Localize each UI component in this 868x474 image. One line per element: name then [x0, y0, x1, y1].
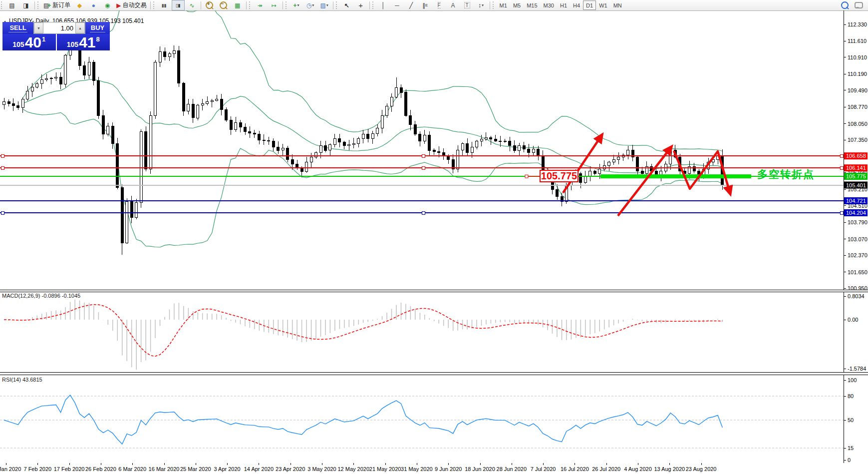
date-tick	[196, 463, 196, 465]
rsi-axis: 1008050150	[844, 375, 857, 463]
tf-h4-button[interactable]: H4	[570, 0, 583, 10]
date-label: 28 Jun 2020	[497, 466, 527, 472]
pivot-price-callout[interactable]: 105.775	[540, 170, 579, 182]
date-tick	[385, 463, 386, 465]
horizontal-line-button[interactable]: ─	[391, 0, 404, 10]
svg-text:101.650: 101.650	[848, 269, 868, 275]
text-icon: A	[451, 2, 455, 9]
tf-m5-button[interactable]: M5	[510, 0, 524, 10]
svg-text:108.770: 108.770	[848, 104, 868, 110]
date-label: 7 Feb 2020	[23, 466, 51, 472]
chart-shift-button[interactable]: ↦	[268, 0, 281, 10]
tile-windows-icon: ▦	[235, 2, 240, 9]
svg-text:109.490: 109.490	[848, 87, 868, 93]
volume-input[interactable]	[43, 22, 75, 33]
price-axis: 112.330111.610110.910110.190109.490108.7…	[844, 10, 868, 290]
tf-h1-button[interactable]: H1	[557, 0, 570, 10]
cursor-button[interactable]: ↖	[340, 0, 353, 10]
new-chart-button[interactable]: ▤	[5, 0, 18, 10]
chart-shift-icon: ↦	[272, 2, 277, 9]
indicators-button[interactable]: +▾	[290, 0, 303, 10]
volume-up-button[interactable]: ▲	[75, 22, 85, 33]
trendline-button[interactable]: ╱	[405, 0, 418, 10]
fibonacci-button[interactable]: F	[433, 0, 446, 10]
tf-mn-button[interactable]: MN	[610, 0, 625, 10]
date-tick	[322, 463, 322, 465]
rsi-levels	[0, 396, 844, 448]
new-order-label: 新订单	[52, 1, 70, 9]
buy-button[interactable]: BUY	[85, 22, 110, 34]
zoom-in-icon: +	[206, 1, 213, 9]
svg-text:0.8034: 0.8034	[848, 293, 865, 299]
date-tick	[164, 463, 165, 465]
chevron-down-icon: ▾	[297, 3, 299, 7]
signals-button[interactable]: ◉	[101, 0, 114, 10]
svg-text:106.141: 106.141	[846, 165, 866, 171]
candlestick-icon: ▯▮	[176, 3, 181, 8]
toolbar-grip	[153, 1, 156, 9]
auto-scroll-button[interactable]: ↠	[254, 0, 267, 10]
date-label: 9 Jun 2020	[435, 466, 462, 472]
svg-text:104.721: 104.721	[846, 198, 866, 204]
chevron-down-icon: ▾	[326, 3, 328, 7]
line-chart-button[interactable]: ∿	[186, 0, 199, 10]
tf-w1-button[interactable]: W1	[596, 0, 610, 10]
tf-m15-button[interactable]: M15	[524, 0, 540, 10]
periods-button[interactable]: ◷▾	[304, 0, 317, 10]
tf-d1-button[interactable]: D1	[583, 0, 596, 10]
sell-price-button[interactable]: 105401	[2, 34, 56, 50]
date-label: 21 May 2020	[369, 466, 401, 472]
text-label-button[interactable]: T	[461, 0, 474, 10]
market-watch-button[interactable]: ●	[87, 0, 100, 10]
volume-down-button[interactable]: ▼	[34, 22, 43, 33]
date-tick	[669, 463, 670, 465]
gold-icon: ◆	[77, 2, 82, 9]
text-button[interactable]: A	[447, 0, 460, 10]
tf-m30-button[interactable]: M30	[541, 0, 557, 10]
svg-text:102.370: 102.370	[848, 252, 868, 258]
date-tick	[543, 463, 544, 465]
equidistant-channel-button[interactable]: ∥E	[419, 0, 432, 10]
macd-panel[interactable]: 0.8034 0.00 -1.5784	[0, 292, 868, 372]
pivot-anchor	[525, 175, 540, 178]
date-tick	[417, 463, 417, 465]
history-center-button[interactable]: ◆	[73, 0, 86, 10]
chat-button[interactable]	[852, 0, 865, 10]
zoom-out-button[interactable]: −	[217, 0, 230, 10]
buy-price-button[interactable]: 105418	[57, 34, 110, 50]
new-chart-icon: ▤	[9, 2, 14, 9]
search-button[interactable]	[838, 0, 851, 10]
profiles-button[interactable]: ◨	[19, 0, 32, 10]
date-tick	[353, 463, 354, 465]
new-order-button[interactable]: ▤+ 新订单	[42, 0, 72, 10]
svg-text:112.330: 112.330	[848, 21, 867, 27]
date-axis[interactable]: 29 Jan 20207 Feb 202017 Feb 202026 Feb 2…	[0, 463, 868, 474]
tf-m1-button[interactable]: M1	[497, 0, 510, 10]
arrows-button[interactable]: ↕▾	[475, 0, 488, 10]
autotrading-button[interactable]: ▶ 自动交易	[115, 0, 148, 10]
crosshair-button[interactable]: +	[354, 0, 367, 10]
date-label: 26 Jul 2020	[592, 466, 620, 472]
zoom-in-button[interactable]: +	[203, 0, 216, 10]
bar-chart-button[interactable]: ▮▮	[158, 0, 171, 10]
candlestick-chart-button[interactable]: ▯▮	[172, 0, 185, 10]
vertical-line-button[interactable]: │	[377, 0, 390, 10]
chevron-down-icon: ▾	[312, 3, 314, 7]
toolbar-grip	[336, 1, 339, 9]
svg-text:105.775: 105.775	[846, 173, 866, 179]
date-label: 7 Jul 2020	[531, 466, 556, 472]
date-tick	[6, 463, 6, 465]
green-pivot-zone[interactable]	[600, 174, 751, 178]
sell-button[interactable]: SELL	[2, 22, 33, 34]
tile-windows-button[interactable]: ▦	[231, 0, 244, 10]
main-chart[interactable]: 112.330111.610110.910110.190109.490108.7…	[0, 10, 868, 290]
svg-text:110.910: 110.910	[848, 54, 867, 60]
sell-price-main: 40	[25, 35, 41, 50]
templates-button[interactable]: ▨▾	[318, 0, 331, 10]
macd-label: MACD(12,26,9) -0.0896 -0.1045	[2, 293, 80, 299]
toolbar-grip	[493, 1, 496, 9]
turning-point-text[interactable]: 多空转折点	[757, 167, 815, 181]
rsi-panel[interactable]: 1008050150	[0, 375, 868, 463]
bar-chart-icon: ▮▮	[162, 3, 167, 8]
date-label: 16 Mar 2020	[149, 466, 180, 472]
